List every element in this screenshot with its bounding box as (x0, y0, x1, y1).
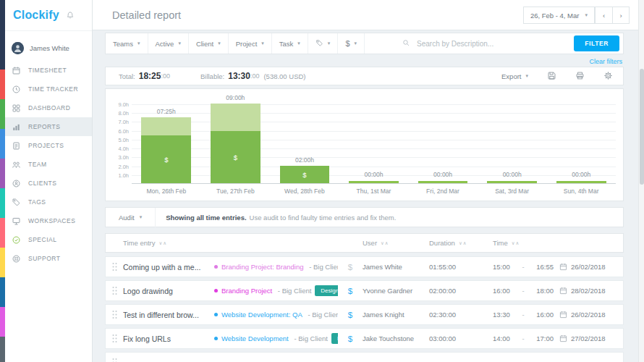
column-header-duration[interactable]: Duration∨∧ (429, 239, 493, 247)
time-entry-description[interactable]: Fix long URLs (123, 334, 208, 343)
filter-dropdown-billability[interactable]: $ ▾ (338, 33, 365, 54)
main-area: Detailed report 26, Feb - 4, Mar ▾ ‹ › T… (93, 0, 638, 362)
tag-icon (315, 39, 323, 49)
chart-bar[interactable]: $ (280, 166, 330, 183)
date-prev-button[interactable]: ‹ (595, 7, 612, 24)
gear-icon[interactable] (603, 71, 613, 82)
time-entry-time-range[interactable]: 13:30-16:00 (493, 311, 554, 319)
sidebar-item-workspaces[interactable]: WORKSPACES (0, 211, 92, 230)
chart-bar[interactable]: $ (141, 117, 191, 183)
table-row[interactable]: Test in different brow... Website Develo… (105, 304, 624, 325)
chart-bar[interactable]: $ (211, 104, 260, 183)
chart-bar[interactable] (556, 181, 606, 183)
filter-dropdown-project[interactable]: Project▾ (229, 33, 272, 54)
billable-dollar-icon[interactable]: $ (338, 311, 363, 319)
time-entry-description[interactable]: Coming up with a me... (123, 263, 208, 272)
chart-bar[interactable] (418, 181, 468, 183)
project-dot-icon (214, 337, 218, 340)
clear-filters-link[interactable]: Clear filters (589, 58, 622, 65)
filter-bar: Teams▾ Active▾ Client▾ Project▾ Task▾ ▾ … (105, 33, 624, 54)
print-icon[interactable] (575, 71, 585, 82)
filter-button[interactable]: FILTER (574, 35, 619, 51)
column-header-time[interactable]: Time∨∧ (493, 239, 559, 247)
filter-dropdown-task[interactable]: Task▾ (272, 33, 308, 54)
audit-dropdown[interactable]: Audit▾ (119, 214, 142, 222)
chevron-down-icon: ▾ (178, 41, 181, 46)
filter-dropdown-client[interactable]: Client▾ (189, 33, 229, 54)
time-entry-time-range[interactable]: 14:00-17:00 (493, 334, 554, 342)
time-entry-duration[interactable]: 01:55:00 (429, 263, 493, 271)
notifications-bell-icon[interactable] (66, 9, 75, 22)
time-entry-description[interactable]: Test in different brow... (123, 311, 208, 319)
sidebar-item-clients[interactable]: CLIENTS (0, 174, 92, 193)
time-entry-date[interactable]: 28/02/2018 (559, 287, 623, 295)
table-row[interactable]: Coming up with a me... Branding Project:… (105, 256, 624, 277)
time-entry-project[interactable]: Website Development - Big Client Develop… (208, 333, 338, 344)
sidebar-item-label: SPECIAL (28, 236, 56, 243)
time-entry-user: James White (363, 263, 429, 271)
filter-dropdown-tags[interactable]: ▾ (308, 33, 339, 54)
drag-handle[interactable] (106, 286, 123, 295)
time-entry-duration[interactable]: 03:00:00 (429, 334, 493, 342)
chart-plot: 9.0h 8.0h 7.0h 6.0h 5.0h 4.0h 3.0h 2.0h … (132, 104, 616, 184)
drag-handle[interactable] (106, 310, 123, 319)
sidebar-item-label: TIME TRACKER (28, 85, 78, 93)
date-range-dropdown[interactable]: 26, Feb - 4, Mar ▾ (523, 7, 595, 24)
table-row-partial[interactable] (105, 352, 624, 362)
audit-bar: Audit▾ Showing all time entries. Use aud… (105, 207, 624, 227)
sidebar-item-tags[interactable]: TAGS (0, 193, 92, 211)
billable-dollar-icon[interactable]: $ (338, 334, 363, 343)
sort-icons[interactable]: ∨∧ (159, 240, 168, 246)
time-entry-project[interactable]: Website Development: QA - Big Client QA (208, 309, 338, 320)
drag-handle[interactable] (106, 358, 123, 362)
logo-row: Clockify (0, 0, 92, 31)
project-dot-icon (214, 265, 218, 269)
billable-dollar-icon[interactable]: $ (338, 263, 363, 272)
bar-value-label: 02:00h (270, 156, 339, 164)
time-entry-date[interactable]: 26/02/2018 (559, 311, 623, 319)
tag-badge[interactable]: Design (315, 285, 338, 296)
chart-bar[interactable] (349, 181, 399, 183)
sidebar-item-support[interactable]: SUPPORT (0, 249, 92, 268)
sidebar-item-team[interactable]: TEAM (0, 155, 92, 174)
time-entry-project[interactable]: Branding Project: Branding - Big Client … (208, 261, 338, 272)
time-entry-duration[interactable]: 02:00:00 (429, 287, 493, 295)
chart-bar[interactable] (487, 181, 537, 183)
page-scrollbar[interactable] (638, 0, 644, 362)
sort-icons[interactable]: ∨∧ (381, 240, 389, 246)
time-entry-date[interactable]: 27/02/2018 (559, 334, 623, 342)
sidebar-item-special[interactable]: SPECIAL (0, 230, 92, 249)
date-next-button[interactable]: › (612, 7, 630, 24)
user-name: James White (30, 44, 69, 52)
search-input[interactable] (417, 40, 547, 48)
time-entry-duration[interactable]: 02:30:00 (429, 311, 493, 319)
time-entry-time-range[interactable]: 15:00-16:55 (493, 263, 554, 271)
billable-dollar-icon[interactable]: $ (338, 287, 363, 295)
sidebar-item-timesheet[interactable]: TIMESHEET (0, 61, 92, 80)
column-header-time-entry[interactable]: Time entry∨∧ (123, 239, 363, 247)
table-row[interactable]: Fix long URLs Website Development - Big … (105, 328, 624, 349)
sidebar-user[interactable]: James White (0, 38, 92, 58)
sidebar-item-projects[interactable]: PROJECTS (0, 136, 92, 155)
clock-icon (12, 85, 21, 94)
column-header-user[interactable]: User∨∧ (363, 239, 429, 247)
sort-icons[interactable]: ∨∧ (459, 240, 467, 246)
sidebar-item-reports[interactable]: REPORTS (0, 117, 92, 136)
time-entry-time-range[interactable]: 16:00-18:00 (493, 287, 554, 295)
export-dropdown[interactable]: Export▾ (501, 72, 528, 80)
tag-badge[interactable]: Developmen... (331, 333, 338, 344)
sidebar-item-time-tracker[interactable]: TIME TRACKER (0, 80, 92, 98)
filter-dropdown-active[interactable]: Active▾ (148, 33, 189, 54)
filter-dropdown-teams[interactable]: Teams▾ (106, 33, 148, 54)
billable-amount: (538.00 USD) (263, 72, 305, 80)
time-entry-project[interactable]: Branding Project - Big Client Design (208, 285, 338, 296)
drag-handle[interactable] (106, 262, 123, 272)
sidebar-item-dashboard[interactable]: DASHBOARD (0, 98, 92, 117)
table-row[interactable]: Logo drawindg Branding Project - Big Cli… (105, 280, 624, 301)
drag-handle[interactable] (106, 334, 123, 343)
save-icon[interactable] (547, 71, 556, 82)
sort-icons[interactable]: ∨∧ (512, 240, 520, 246)
time-entry-description[interactable]: Logo drawindg (123, 287, 208, 295)
scrollbar-thumb[interactable] (640, 69, 644, 185)
time-entry-date[interactable]: 26/02/2018 (559, 263, 623, 271)
